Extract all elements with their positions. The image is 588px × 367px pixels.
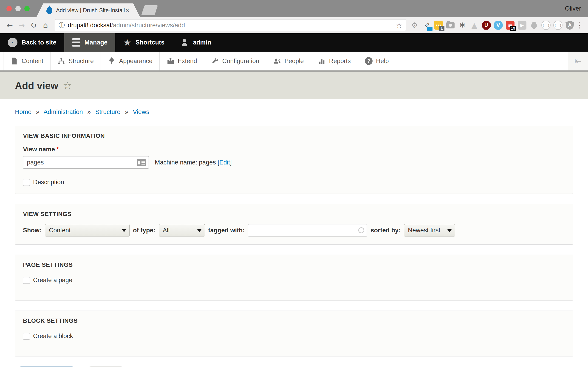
add-view-form: VIEW BASIC INFORMATION View name* Machin… — [15, 126, 573, 367]
json-viewer-extension-icon[interactable]: {…} — [541, 20, 551, 30]
page-title: Add view — [15, 80, 58, 91]
color-picker-extension-icon[interactable]: ✎ — [421, 20, 432, 30]
fieldset-legend: VIEW SETTINGS — [23, 211, 565, 218]
tagged-with-input[interactable] — [248, 224, 367, 236]
of-type-select-value: All — [163, 227, 170, 234]
url-path: /admin/structure/views/add — [111, 22, 185, 29]
tab-title: Add view | Drush Site-Install — [56, 7, 125, 14]
menu-item-content[interactable]: Content — [3, 52, 51, 70]
browser-menu-icon[interactable]: ⋮ — [575, 21, 584, 30]
drupal-extension-icon[interactable] — [529, 20, 539, 30]
breadcrumb-separator: » — [125, 108, 128, 115]
admin-username-label: admin — [193, 39, 211, 46]
machine-name-edit-link[interactable]: Edit — [219, 159, 230, 166]
back-to-site-button[interactable]: ‹ Back to site — [0, 33, 64, 52]
manage-label: Manage — [85, 39, 108, 46]
vimeo-extension-icon[interactable]: V — [493, 20, 503, 30]
menu-item-label: Extend — [178, 58, 197, 65]
play-extension-icon[interactable]: ▶ — [517, 20, 527, 30]
menu-item-label: People — [284, 58, 304, 65]
select-arrow-icon — [447, 229, 451, 232]
select-arrow-icon — [122, 229, 126, 232]
breadcrumb-administration[interactable]: Administration — [44, 108, 83, 115]
sorted-by-select-value: Newest first — [408, 227, 440, 234]
admin-toolbar: ‹ Back to site Manage ★ Shortcuts admin — [0, 33, 588, 52]
menu-item-extend[interactable]: Extend — [160, 52, 204, 70]
description-label[interactable]: Description — [33, 179, 64, 186]
back-to-site-label: Back to site — [22, 39, 57, 46]
breadcrumb: Home » Administration » Structure » View… — [15, 99, 573, 116]
new-tab-button[interactable] — [141, 5, 158, 15]
create-page-checkbox[interactable] — [23, 277, 30, 284]
back-button[interactable]: ← — [4, 22, 16, 29]
reports-icon — [318, 57, 326, 65]
sorted-by-select[interactable]: Newest first — [404, 224, 455, 236]
bookmark-star-icon[interactable]: ☆ — [396, 21, 402, 29]
show-label: Show: — [23, 227, 42, 234]
fieldset-legend: BLOCK SETTINGS — [23, 317, 565, 324]
manage-tab[interactable]: Manage — [64, 33, 115, 52]
sorted-by-label: sorted by: — [371, 227, 401, 234]
menu-item-label: Structure — [69, 58, 94, 65]
favorite-star-icon[interactable]: ☆ — [63, 81, 72, 91]
page-header: Add view ☆ — [0, 72, 588, 99]
machine-name-card-icon — [137, 159, 146, 166]
menu-item-people[interactable]: People — [266, 52, 311, 70]
browser-titlebar: Add view | Drush Site-Install × Oliver — [0, 0, 588, 17]
view-settings-fieldset: VIEW SETTINGS Show: Content of type: All… — [15, 204, 573, 244]
notes-extension-icon[interactable]: ⋯1 — [433, 20, 444, 30]
angular-extension-icon[interactable]: A — [565, 20, 575, 30]
extensions-row: ⚙ ✎ ⋯1 ✱ ▲ U V ≡19 ▶ {…} {…} A — [409, 20, 575, 30]
shortcuts-tab[interactable]: ★ Shortcuts — [115, 33, 172, 52]
forward-button[interactable]: → — [16, 22, 27, 29]
menu-item-configuration[interactable]: Configuration — [204, 52, 267, 70]
star-icon: ★ — [123, 38, 131, 47]
description-checkbox[interactable] — [23, 179, 30, 186]
toolbar-collapse-button[interactable]: ⇤ — [568, 52, 588, 70]
required-marker: * — [57, 146, 59, 153]
breadcrumb-structure[interactable]: Structure — [95, 108, 121, 115]
minimize-window-button[interactable] — [15, 6, 21, 11]
menu-item-structure[interactable]: Structure — [51, 52, 101, 70]
shortcuts-label: Shortcuts — [136, 39, 164, 46]
back-chevron-icon: ‹ — [8, 38, 17, 47]
appearance-icon — [108, 57, 115, 65]
browser-navbar: ← → ↻ ⌂ ⓘ drupal8.docksal /admin/structu… — [0, 17, 588, 33]
gear-extension-icon[interactable]: ⚙ — [409, 20, 420, 30]
select-arrow-icon — [197, 229, 201, 232]
close-window-button[interactable] — [6, 6, 12, 11]
machine-name-text: Machine name: pages [Edit] — [155, 159, 232, 166]
camera-extension-icon[interactable] — [445, 20, 456, 30]
show-select[interactable]: Content — [45, 224, 130, 236]
menu-item-label: Appearance — [119, 58, 153, 65]
create-block-checkbox[interactable] — [23, 333, 30, 340]
create-block-label[interactable]: Create a block — [33, 333, 73, 340]
drive-extension-icon[interactable]: ▲ — [469, 20, 480, 30]
reload-button[interactable]: ↻ — [27, 22, 40, 29]
page-settings-fieldset: PAGE SETTINGS Create a page — [15, 255, 573, 300]
home-button[interactable]: ⌂ — [40, 22, 52, 29]
zoom-window-button[interactable] — [24, 6, 30, 11]
breadcrumb-separator: » — [87, 108, 91, 115]
create-page-label[interactable]: Create a page — [33, 277, 72, 284]
url-host: drupal8.docksal — [68, 22, 111, 29]
breadcrumb-home[interactable]: Home — [15, 108, 32, 115]
admin-user-tab[interactable]: admin — [172, 33, 219, 52]
menu-item-appearance[interactable]: Appearance — [101, 52, 160, 70]
browser-tab[interactable]: Add view | Drush Site-Install × — [36, 3, 140, 17]
menu-item-reports[interactable]: Reports — [311, 52, 358, 70]
breadcrumb-views[interactable]: Views — [133, 108, 149, 115]
menu-item-help[interactable]: ? Help — [358, 52, 396, 70]
site-info-icon[interactable]: ⓘ — [59, 21, 65, 29]
view-basic-information-fieldset: VIEW BASIC INFORMATION View name* Machin… — [15, 126, 573, 194]
url-bar[interactable]: ⓘ drupal8.docksal /admin/structure/views… — [55, 19, 406, 31]
json-viewer-2-extension-icon[interactable]: {…} — [553, 20, 563, 30]
todoist-extension-icon[interactable]: ≡19 — [505, 20, 515, 30]
ublock-extension-icon[interactable]: U — [481, 20, 492, 30]
extend-icon — [166, 57, 174, 65]
tab-close-icon[interactable]: × — [125, 7, 130, 14]
user-icon — [180, 38, 189, 47]
of-type-select[interactable]: All — [159, 224, 205, 236]
settings-extension-icon[interactable]: ✱ — [457, 20, 468, 30]
view-name-input[interactable] — [23, 156, 149, 169]
